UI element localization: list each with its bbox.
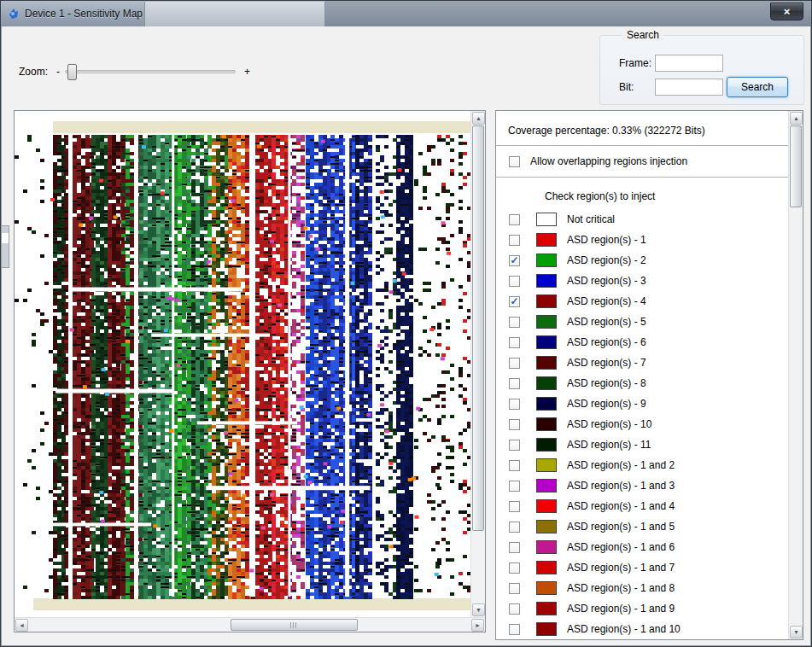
legend-color-swatch: [536, 561, 557, 574]
map-vertical-scrollbar[interactable]: ▲ ▼: [470, 111, 485, 617]
region-panel-scrollbar[interactable]: ▲ ▼: [788, 111, 803, 639]
zoom-in-label: +: [244, 66, 250, 78]
legend-color-swatch: [536, 417, 557, 431]
legend-label: ASD region(s) - 1 and 9: [567, 603, 675, 615]
background-window-fragment: [1, 225, 9, 268]
search-button[interactable]: Search: [727, 77, 788, 97]
legend-row: ASD region(s) - 6: [496, 332, 788, 353]
legend-label: Not critical: [567, 213, 615, 225]
legend-label: ASD region(s) - 11: [567, 439, 651, 451]
legend-label: ASD region(s) - 1 and 6: [567, 541, 675, 553]
legend-checkbox[interactable]: [509, 235, 520, 246]
legend-checkbox[interactable]: [509, 583, 520, 594]
sensitivity-map-view[interactable]: [15, 111, 470, 617]
legend-row: ASD region(s) - 1 and 10: [496, 619, 788, 639]
map-vertical-scroll-thumb[interactable]: [472, 125, 484, 531]
region-panel-scroll-thumb[interactable]: [790, 125, 802, 207]
app-icon: [7, 7, 20, 20]
legend-checkbox[interactable]: [509, 378, 520, 389]
legend-color-swatch: [536, 581, 557, 595]
scroll-right-icon[interactable]: ►: [471, 619, 484, 632]
legend-checkbox[interactable]: [509, 501, 520, 512]
scroll-up-icon[interactable]: ▲: [472, 112, 485, 125]
legend-label: ASD region(s) - 1 and 2: [567, 459, 675, 471]
legend-checkbox[interactable]: [509, 440, 520, 451]
legend-checkbox[interactable]: [509, 419, 520, 430]
region-panel-content: Coverage percentage: 0.33% (322272 Bits)…: [496, 111, 788, 639]
legend-color-swatch: [536, 458, 557, 472]
legend-color-swatch: [536, 213, 557, 226]
frame-input[interactable]: [655, 55, 723, 72]
legend-checkbox[interactable]: [509, 358, 520, 369]
legend-label: ASD region(s) - 6: [567, 336, 646, 348]
sensitivity-map-canvas[interactable]: [15, 111, 470, 617]
scroll-down-icon[interactable]: ▼: [790, 626, 803, 638]
overlap-checkbox[interactable]: [509, 156, 520, 167]
dialog-window: Device 1 - Sensitivity Map × Zoom: - + S…: [0, 0, 812, 647]
sensitivity-map-panel: ▲ ▼ ◄ ►: [14, 110, 486, 632]
separator: [496, 177, 788, 178]
legend-color-swatch: [536, 233, 557, 247]
legend-label: ASD region(s) - 7: [567, 357, 646, 369]
scroll-left-icon[interactable]: ◄: [15, 619, 28, 632]
legend-row: ASD region(s) - 1: [496, 230, 788, 250]
legend-label: ASD region(s) - 1: [567, 234, 646, 246]
legend-color-swatch: [536, 254, 557, 267]
legend-row: ✓ASD region(s) - 4: [496, 291, 788, 312]
zoom-out-label: -: [56, 66, 60, 78]
bit-input[interactable]: [655, 79, 723, 96]
legend-row: ASD region(s) - 1 and 9: [496, 598, 788, 619]
legend-color-swatch: [536, 274, 557, 288]
legend-row: ASD region(s) - 7: [496, 353, 788, 373]
bit-label: Bit:: [619, 81, 655, 93]
legend-color-swatch: [536, 356, 557, 370]
legend-color-swatch: [536, 376, 557, 390]
legend-color-swatch: [536, 622, 557, 636]
close-button[interactable]: ×: [770, 3, 803, 20]
legend-checkbox[interactable]: [509, 522, 520, 533]
legend-row: Not critical: [496, 209, 788, 230]
legend-color-swatch: [536, 520, 557, 533]
zoom-slider-thumb[interactable]: [67, 64, 77, 80]
search-groupbox: Search Frame: Bit: Search: [599, 35, 804, 105]
legend-checkbox[interactable]: [509, 317, 520, 328]
titlebar-right-shade: [325, 1, 811, 26]
legend-checkbox[interactable]: [509, 460, 520, 471]
legend-color-swatch: [536, 335, 557, 349]
legend-row: ASD region(s) - 1 and 5: [496, 516, 788, 537]
legend-color-swatch: [536, 397, 557, 411]
legend-label: ASD region(s) - 4: [567, 295, 646, 307]
legend-checkbox[interactable]: ✓: [509, 255, 520, 266]
legend-color-swatch: [536, 479, 557, 493]
legend-checkbox[interactable]: [509, 542, 520, 553]
legend-checkbox[interactable]: [509, 337, 520, 348]
legend-checkbox[interactable]: [509, 214, 520, 225]
titlebar[interactable]: Device 1 - Sensitivity Map ×: [1, 1, 811, 26]
legend-checkbox[interactable]: [509, 624, 520, 635]
legend-checkbox[interactable]: [509, 399, 520, 410]
legend-row: ASD region(s) - 5: [496, 312, 788, 332]
legend-label: ASD region(s) - 1 and 8: [567, 582, 675, 594]
background-window-titlebar: [144, 2, 325, 26]
legend-row: ASD region(s) - 8: [496, 373, 788, 393]
legend-row: ASD region(s) - 1 and 7: [496, 557, 788, 578]
zoom-slider-track[interactable]: [65, 70, 236, 73]
zoom-label: Zoom:: [19, 66, 48, 78]
overlap-checkbox-label: Allow overlapping regions injection: [530, 155, 687, 167]
scroll-up-icon[interactable]: ▲: [790, 112, 803, 125]
legend-row: ASD region(s) - 11: [496, 434, 788, 455]
legend-checkbox[interactable]: [509, 603, 520, 615]
legend-checkbox[interactable]: ✓: [509, 296, 520, 307]
scroll-down-icon[interactable]: ▼: [472, 603, 485, 616]
legend-checkbox[interactable]: [509, 276, 520, 287]
separator: [496, 145, 788, 146]
legend-checkbox[interactable]: [509, 481, 520, 492]
legend-color-swatch: [536, 499, 557, 513]
map-horizontal-scrollbar[interactable]: ◄ ►: [15, 617, 485, 632]
window-title: Device 1 - Sensitivity Map: [25, 8, 143, 20]
legend-color-swatch: [536, 438, 557, 452]
legend-label: ASD region(s) - 3: [567, 275, 646, 287]
legend-checkbox[interactable]: [509, 562, 520, 574]
map-horizontal-scroll-thumb[interactable]: [231, 619, 358, 631]
legend-label: ASD region(s) - 8: [567, 377, 646, 389]
